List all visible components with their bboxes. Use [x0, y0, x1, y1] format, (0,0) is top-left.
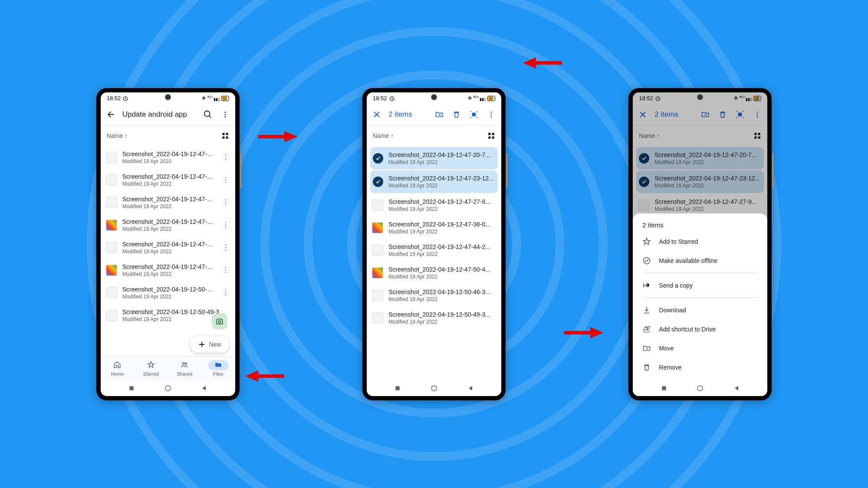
- nav-starred[interactable]: Starred: [134, 357, 168, 380]
- file-item[interactable]: Screenshot_2022-04-19-12-47-50-4...Modif…: [367, 262, 501, 284]
- svg-point-2: [224, 111, 226, 113]
- sheet-download[interactable]: Download: [633, 301, 767, 320]
- trash-icon: [452, 110, 461, 119]
- svg-rect-6: [226, 133, 228, 135]
- bottom-nav: Home Starred Shared Files: [101, 356, 235, 380]
- file-list[interactable]: Screenshot_2022-04-19-12-47-20-7...Modif…: [367, 146, 501, 380]
- svg-point-3: [224, 114, 226, 115]
- file-more-button[interactable]: ⋮: [221, 153, 230, 161]
- annotation-arrow: [519, 56, 562, 69]
- status-time: 18:52: [373, 95, 387, 102]
- file-modified: Modified 19 Apr 2022: [122, 158, 216, 164]
- file-item[interactable]: Screenshot_2022-04-19-12-47-44-2...Modif…: [367, 239, 501, 262]
- file-more-button[interactable]: ⋮: [221, 221, 230, 229]
- sort-header[interactable]: Name ↑: [101, 125, 235, 146]
- svg-rect-12: [129, 386, 133, 390]
- back-nav-icon[interactable]: [733, 385, 740, 392]
- star-icon: [147, 361, 155, 369]
- file-item[interactable]: Screenshot_2022-04-19-12-47-27-9...Modif…: [101, 191, 235, 214]
- svg-point-24: [431, 386, 437, 391]
- sheet-shortcut[interactable]: Add shortcut to Drive: [633, 320, 767, 339]
- home-nav-icon[interactable]: [164, 384, 172, 392]
- svg-point-1: [204, 111, 210, 117]
- recent-icon[interactable]: [661, 385, 667, 392]
- close-icon: [372, 110, 381, 119]
- nav-label: Shared: [177, 371, 192, 377]
- nav-files[interactable]: Files: [201, 357, 235, 380]
- file-name: Screenshot_2022-04-19-12-50-46-3...: [388, 288, 496, 295]
- file-item[interactable]: Screenshot_2022-04-19-12-47-44-2...Modif…: [101, 236, 235, 259]
- file-more-button[interactable]: ⋮: [221, 198, 230, 206]
- page-title: Update android app: [122, 110, 196, 119]
- file-more-button[interactable]: ⋮: [221, 288, 230, 297]
- view-grid-icon[interactable]: [221, 132, 229, 140]
- recent-icon[interactable]: [128, 385, 135, 392]
- network-icon: ⁴ᴳ⁺▮▮▯: [207, 95, 220, 102]
- file-thumbnail: [106, 310, 117, 321]
- sheet-move[interactable]: Move: [633, 339, 767, 358]
- file-name: Screenshot_2022-04-19-12-47-23-12...: [122, 173, 216, 180]
- file-modified: Modified 19 Apr 2022: [388, 159, 495, 165]
- folder-move-icon: [642, 344, 651, 353]
- trash-icon: [642, 363, 651, 372]
- file-name: Screenshot_2022-04-19-12-47-38-0...: [388, 221, 496, 228]
- file-item-selected[interactable]: Screenshot_2022-04-19-12-47-23-12...Modi…: [370, 170, 498, 193]
- sort-header[interactable]: Name ↑: [367, 125, 501, 146]
- file-name: Screenshot_2022-04-19-12-47-23-12...: [388, 175, 495, 182]
- select-all-button[interactable]: [469, 110, 479, 119]
- annotation-arrow: [258, 130, 302, 143]
- file-item[interactable]: Screenshot_2022-04-19-12-50-46-3...Modif…: [101, 282, 235, 304]
- nav-shared[interactable]: Shared: [168, 357, 202, 380]
- svg-point-11: [185, 363, 187, 364]
- home-nav-icon[interactable]: [430, 384, 438, 392]
- nav-label: Starred: [143, 371, 159, 377]
- selection-bar: 2 items: [367, 105, 501, 125]
- search-button[interactable]: [203, 110, 213, 119]
- back-button[interactable]: [106, 110, 115, 119]
- view-grid-icon[interactable]: [487, 132, 495, 140]
- file-item[interactable]: Screenshot_2022-04-19-12-47-20-7...Modif…: [101, 146, 235, 169]
- more-button[interactable]: [487, 110, 496, 119]
- camera-hole: [697, 94, 703, 100]
- file-item[interactable]: Screenshot_2022-04-19-12-47-38-0...Modif…: [101, 214, 235, 236]
- file-name: Screenshot_2022-04-19-12-47-38-0...: [122, 218, 216, 225]
- file-modified: Modified 19 Apr 2022: [388, 206, 496, 212]
- close-selection-button[interactable]: [372, 110, 381, 119]
- file-more-button[interactable]: ⋮: [221, 176, 230, 184]
- file-item[interactable]: Screenshot_2022-04-19-12-47-27-9...Modif…: [367, 194, 501, 216]
- file-item[interactable]: Screenshot_2022-04-19-12-47-50-4...Modif…: [101, 259, 235, 282]
- back-nav-icon[interactable]: [201, 385, 207, 392]
- annotation-arrow: [241, 370, 284, 383]
- more-button[interactable]: [220, 110, 230, 119]
- new-fab[interactable]: New: [190, 336, 229, 353]
- file-item[interactable]: Screenshot_2022-04-19-12-50-49-3...Modif…: [367, 307, 501, 329]
- file-item[interactable]: Screenshot_2022-04-19-12-47-23-12...Modi…: [101, 169, 235, 191]
- people-icon: [181, 361, 188, 369]
- nav-home[interactable]: Home: [101, 357, 135, 380]
- file-more-button[interactable]: ⋮: [221, 243, 230, 252]
- file-more-button[interactable]: ⋮: [221, 266, 230, 274]
- file-item[interactable]: Screenshot_2022-04-19-12-47-38-0...Modif…: [367, 216, 501, 239]
- phone-mockup-1: 18:52 ✻ ⁴ᴳ⁺▮▮▯ 66 Update android app: [96, 88, 240, 400]
- camera-fab[interactable]: [212, 314, 227, 329]
- sheet-send-copy[interactable]: Send a copy: [633, 276, 767, 295]
- sheet-add-starred[interactable]: Add to Starred: [633, 232, 767, 251]
- svg-rect-21: [488, 136, 490, 138]
- home-nav-icon[interactable]: [696, 384, 704, 392]
- back-nav-icon[interactable]: [467, 385, 474, 392]
- sheet-remove[interactable]: Remove: [633, 358, 767, 377]
- status-time: 18:52: [107, 95, 121, 102]
- action-bottom-sheet: 2 items Add to Starred Make available of…: [633, 213, 767, 380]
- file-item[interactable]: Screenshot_2022-04-19-12-50-46-3...Modif…: [367, 284, 501, 307]
- folder-icon: [214, 361, 222, 369]
- recent-icon[interactable]: [394, 385, 401, 392]
- sheet-label: Add to Starred: [659, 238, 698, 245]
- delete-button[interactable]: [452, 110, 461, 119]
- file-thumbnail: [106, 197, 117, 208]
- move-button[interactable]: [434, 110, 444, 119]
- check-icon: [373, 153, 383, 164]
- sheet-offline[interactable]: Make available offline: [633, 251, 767, 270]
- file-modified: Modified 19 Apr 2022: [122, 203, 216, 210]
- file-item-selected[interactable]: Screenshot_2022-04-19-12-47-20-7...Modif…: [370, 147, 498, 170]
- phone-mockup-2: 18:52 ✻⁴ᴳ⁺▮▮▯66 2 items Name ↑ Screensho…: [362, 88, 506, 400]
